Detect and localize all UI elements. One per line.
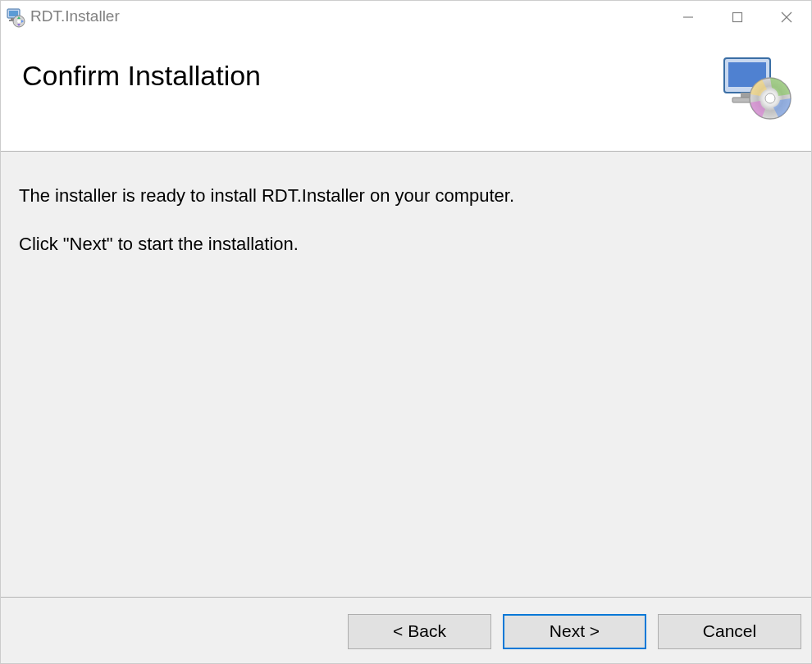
- next-button[interactable]: Next >: [503, 614, 646, 649]
- back-button[interactable]: < Back: [348, 614, 491, 649]
- wizard-footer: < Back Next > Cancel: [1, 597, 811, 664]
- installer-titlebar-icon: [6, 8, 25, 28]
- nav-button-group: < Back Next >: [348, 614, 646, 649]
- cancel-button[interactable]: Cancel: [658, 614, 801, 649]
- svg-point-15: [765, 93, 775, 103]
- close-button[interactable]: [762, 1, 811, 34]
- svg-rect-1: [9, 11, 18, 16]
- minimize-button[interactable]: [664, 1, 713, 34]
- titlebar: RDT.Installer: [1, 1, 811, 34]
- wizard-header: Confirm Installation: [1, 34, 811, 151]
- svg-rect-7: [733, 13, 742, 22]
- window-controls: [664, 1, 811, 34]
- page-title: Confirm Installation: [22, 60, 261, 92]
- window-title: RDT.Installer: [30, 7, 664, 25]
- wizard-content: The installer is ready to install RDT.In…: [1, 152, 811, 597]
- svg-point-5: [17, 20, 21, 23]
- content-line-1: The installer is ready to install RDT.In…: [19, 184, 793, 208]
- computer-disc-icon: [719, 55, 793, 124]
- maximize-button[interactable]: [713, 1, 762, 34]
- content-line-2: Click "Next" to start the installation.: [19, 233, 793, 257]
